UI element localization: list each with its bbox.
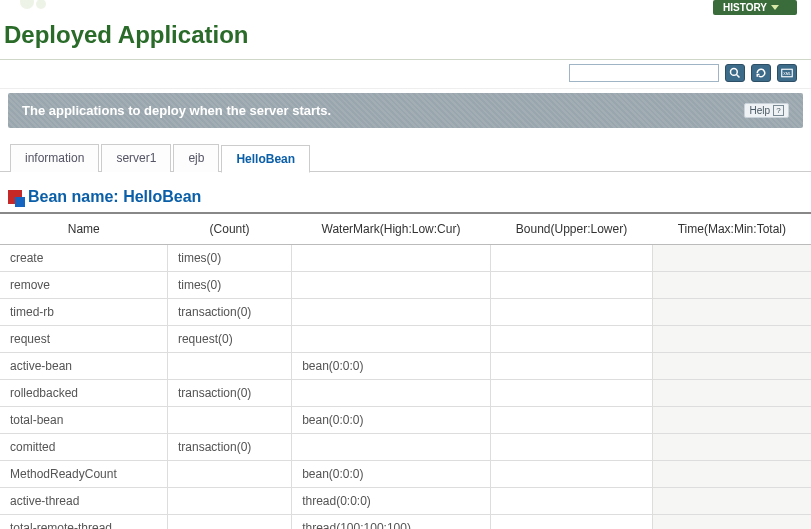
- cell-name: MethodReadyCount: [0, 461, 167, 488]
- decorative-circles: [20, 0, 46, 9]
- cell-watermark: [292, 326, 491, 353]
- cell-count: request(0): [167, 326, 291, 353]
- refresh-icon-button[interactable]: [751, 64, 771, 82]
- section-icon: [8, 190, 22, 204]
- help-button[interactable]: Help ?: [744, 103, 789, 118]
- cell-bound: [490, 326, 652, 353]
- cell-name: create: [0, 245, 167, 272]
- cell-time: [653, 380, 811, 407]
- cell-watermark: thread(100:100:100): [292, 515, 491, 530]
- history-label: HISTORY: [723, 2, 767, 13]
- xml-icon: XML: [781, 67, 793, 79]
- cell-watermark: [292, 272, 491, 299]
- cell-count: transaction(0): [167, 299, 291, 326]
- svg-text:XML: XML: [783, 72, 791, 76]
- search-row: XML: [0, 60, 811, 89]
- search-input[interactable]: [569, 64, 719, 82]
- help-icon: ?: [773, 105, 784, 116]
- cell-time: [653, 407, 811, 434]
- column-header: WaterMark(High:Low:Cur): [292, 213, 491, 245]
- page-title: Deployed Application: [0, 15, 811, 60]
- table-row: MethodReadyCountbean(0:0:0): [0, 461, 811, 488]
- cell-time: [653, 353, 811, 380]
- help-label: Help: [749, 105, 770, 116]
- cell-bound: [490, 434, 652, 461]
- cell-bound: [490, 245, 652, 272]
- description-text: The applications to deploy when the serv…: [22, 103, 331, 118]
- cell-name: timed-rb: [0, 299, 167, 326]
- cell-time: [653, 488, 811, 515]
- column-header: (Count): [167, 213, 291, 245]
- cell-bound: [490, 272, 652, 299]
- table-row: removetimes(0): [0, 272, 811, 299]
- cell-count: [167, 407, 291, 434]
- tab-ejb[interactable]: ejb: [173, 144, 219, 172]
- cell-count: times(0): [167, 272, 291, 299]
- cell-count: [167, 488, 291, 515]
- column-header: Name: [0, 213, 167, 245]
- cell-watermark: [292, 380, 491, 407]
- table-row: active-threadthread(0:0:0): [0, 488, 811, 515]
- refresh-icon: [755, 67, 767, 79]
- table-row: timed-rbtransaction(0): [0, 299, 811, 326]
- cell-count: transaction(0): [167, 380, 291, 407]
- tab-information[interactable]: information: [10, 144, 99, 172]
- table-row: active-beanbean(0:0:0): [0, 353, 811, 380]
- cell-count: [167, 461, 291, 488]
- table-row: total-remote-threadthread(100:100:100): [0, 515, 811, 530]
- tabs: informationserver1ejbHelloBean: [10, 144, 811, 172]
- cell-bound: [490, 353, 652, 380]
- cell-count: times(0): [167, 245, 291, 272]
- cell-name: active-thread: [0, 488, 167, 515]
- cell-watermark: [292, 299, 491, 326]
- table-row: rolledbackedtransaction(0): [0, 380, 811, 407]
- table-row: requestrequest(0): [0, 326, 811, 353]
- cell-name: request: [0, 326, 167, 353]
- cell-time: [653, 326, 811, 353]
- svg-point-0: [731, 69, 738, 76]
- table-row: comittedtransaction(0): [0, 434, 811, 461]
- column-header: Time(Max:Min:Total): [653, 213, 811, 245]
- cell-time: [653, 245, 811, 272]
- cell-watermark: bean(0:0:0): [292, 461, 491, 488]
- table-row: total-beanbean(0:0:0): [0, 407, 811, 434]
- section-title-text: Bean name: HelloBean: [28, 188, 201, 206]
- cell-count: [167, 515, 291, 530]
- column-header: Bound(Upper:Lower): [490, 213, 652, 245]
- cell-bound: [490, 461, 652, 488]
- history-button[interactable]: HISTORY: [713, 0, 797, 15]
- cell-watermark: thread(0:0:0): [292, 488, 491, 515]
- cell-count: [167, 353, 291, 380]
- cell-bound: [490, 488, 652, 515]
- table-row: createtimes(0): [0, 245, 811, 272]
- cell-name: total-bean: [0, 407, 167, 434]
- cell-watermark: bean(0:0:0): [292, 353, 491, 380]
- cell-time: [653, 299, 811, 326]
- tab-hellobean[interactable]: HelloBean: [221, 145, 310, 173]
- cell-name: comitted: [0, 434, 167, 461]
- cell-name: active-bean: [0, 353, 167, 380]
- cell-time: [653, 272, 811, 299]
- cell-watermark: [292, 245, 491, 272]
- cell-watermark: bean(0:0:0): [292, 407, 491, 434]
- cell-watermark: [292, 434, 491, 461]
- cell-time: [653, 461, 811, 488]
- cell-name: total-remote-thread: [0, 515, 167, 530]
- cell-bound: [490, 380, 652, 407]
- tab-server1[interactable]: server1: [101, 144, 171, 172]
- cell-bound: [490, 407, 652, 434]
- cell-count: transaction(0): [167, 434, 291, 461]
- description-bar: The applications to deploy when the serv…: [8, 93, 803, 128]
- xml-export-icon-button[interactable]: XML: [777, 64, 797, 82]
- section-title: Bean name: HelloBean: [0, 172, 811, 212]
- cell-time: [653, 434, 811, 461]
- cell-bound: [490, 515, 652, 530]
- search-icon: [729, 67, 741, 79]
- cell-name: rolledbacked: [0, 380, 167, 407]
- cell-name: remove: [0, 272, 167, 299]
- svg-line-1: [737, 75, 740, 78]
- search-icon-button[interactable]: [725, 64, 745, 82]
- stats-table: Name(Count)WaterMark(High:Low:Cur)Bound(…: [0, 212, 811, 529]
- cell-time: [653, 515, 811, 530]
- cell-bound: [490, 299, 652, 326]
